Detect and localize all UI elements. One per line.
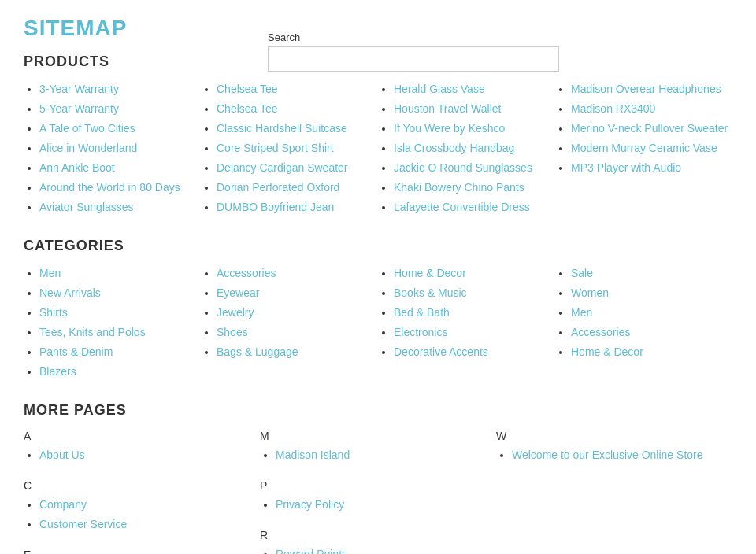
product-link[interactable]: Around the World in 80 Days xyxy=(39,181,180,194)
product-link[interactable]: Decorative Accents xyxy=(394,345,488,358)
list-item: Merino V-neck Pullover Sweater xyxy=(571,120,732,137)
product-link[interactable]: Ann Ankle Boot xyxy=(39,161,115,174)
product-link[interactable]: Tees, Knits and Polos xyxy=(39,326,146,338)
product-link[interactable]: Women xyxy=(571,286,609,299)
page-link[interactable]: Privacy Policy xyxy=(276,498,344,511)
list-item: Bags & Luggage xyxy=(217,344,378,360)
product-link[interactable]: Accessories xyxy=(217,267,276,279)
letter-group: RReward Points xyxy=(260,529,480,554)
list-item: Aviator Sunglasses xyxy=(39,199,201,216)
list-item: Madison RX3400 xyxy=(571,101,732,117)
list-item: Dorian Perforated Oxford xyxy=(217,179,378,196)
product-link[interactable]: Modern Murray Ceramic Vase xyxy=(571,142,717,154)
list-item: Madison Overear Headphones xyxy=(571,81,732,98)
list-item: If You Were by Keshco xyxy=(394,120,555,137)
column: Herald Glass VaseHouston Travel WalletIf… xyxy=(378,81,555,219)
list-item: Welcome to our Exclusive Online Store xyxy=(512,447,732,464)
page-link[interactable]: Madison Island xyxy=(276,449,350,461)
list-item: Bed & Bath xyxy=(394,305,555,321)
product-link[interactable]: Houston Travel Wallet xyxy=(394,102,501,115)
list-item: Reward Points xyxy=(276,546,480,554)
product-link[interactable]: DUMBO Boyfriend Jean xyxy=(217,201,334,213)
product-link[interactable]: Bed & Bath xyxy=(394,306,450,319)
product-link[interactable]: Books & Music xyxy=(394,286,467,299)
product-link[interactable]: Sale xyxy=(571,267,593,279)
list-item: Pants & Denim xyxy=(39,344,201,360)
letter-heading: R xyxy=(260,529,480,541)
search-input[interactable] xyxy=(268,46,559,72)
product-link[interactable]: Jewelry xyxy=(217,306,254,319)
list-item: Decorative Accents xyxy=(394,344,555,360)
list-item: Isla Crossbody Handbag xyxy=(394,140,555,157)
product-link[interactable]: Madison Overear Headphones xyxy=(571,83,721,95)
product-link[interactable]: 3-Year Warranty xyxy=(39,83,119,95)
product-link[interactable]: Bags & Luggage xyxy=(217,345,298,358)
product-link[interactable]: Isla Crossbody Handbag xyxy=(394,142,514,154)
list-item: Alice in Wonderland xyxy=(39,140,201,157)
product-link[interactable]: 5-Year Warranty xyxy=(39,102,119,115)
product-link[interactable]: Dorian Perforated Oxford xyxy=(217,181,339,194)
page-link[interactable]: Company xyxy=(39,498,87,511)
product-link[interactable]: Aviator Sunglasses xyxy=(39,201,134,213)
product-link[interactable]: Accessories xyxy=(571,326,630,338)
product-link[interactable]: Men xyxy=(571,306,592,319)
column: SaleWomenMenAccessoriesHome & Decor xyxy=(555,265,732,383)
product-link[interactable]: Blazers xyxy=(39,365,76,378)
list-item: Shirts xyxy=(39,305,201,321)
product-link[interactable]: Home & Decor xyxy=(571,345,643,358)
letter-heading: E xyxy=(24,548,244,554)
list-item: 5-Year Warranty xyxy=(39,101,201,117)
product-link[interactable]: Merino V-neck Pullover Sweater xyxy=(571,122,728,135)
product-link[interactable]: A Tale of Two Cities xyxy=(39,122,135,135)
list-item: About Us xyxy=(39,447,244,464)
product-link[interactable]: Delancy Cardigan Sweater xyxy=(217,161,348,174)
product-link[interactable]: If You Were by Keshco xyxy=(394,122,505,135)
product-link[interactable]: Jackie O Round Sunglasses xyxy=(394,161,532,174)
list-item: Houston Travel Wallet xyxy=(394,101,555,117)
product-link[interactable]: Eyewear xyxy=(217,286,259,299)
product-link[interactable]: Core Striped Sport Shirt xyxy=(217,142,334,154)
product-link[interactable]: Chelsea Tee xyxy=(217,83,278,95)
list-item: Home & Decor xyxy=(394,265,555,282)
list-item: Khaki Bowery Chino Pants xyxy=(394,179,555,196)
list-item: Home & Decor xyxy=(571,344,732,360)
list-item: Customer Service xyxy=(39,516,244,533)
product-link[interactable]: Herald Glass Vase xyxy=(394,83,485,95)
product-link[interactable]: Alice in Wonderland xyxy=(39,142,137,154)
list-item: Jewelry xyxy=(217,305,378,321)
letter-heading: A xyxy=(24,430,244,442)
list-item: DUMBO Boyfriend Jean xyxy=(217,199,378,216)
product-link[interactable]: Lafayette Convertible Dress xyxy=(394,201,530,213)
product-link[interactable]: Electronics xyxy=(394,326,447,338)
page-link[interactable]: Welcome to our Exclusive Online Store xyxy=(512,449,703,461)
list-item: Delancy Cardigan Sweater xyxy=(217,160,378,176)
product-link[interactable]: Pants & Denim xyxy=(39,345,113,358)
categories-columns: MenNew ArrivalsShirtsTees, Knits and Pol… xyxy=(24,265,732,383)
more-pages-column: AAbout UsCCompanyCustomer ServiceEEnable… xyxy=(24,430,244,554)
product-link[interactable]: MP3 Player with Audio xyxy=(571,161,681,174)
list-item: Sale xyxy=(571,265,732,282)
page-link[interactable]: Customer Service xyxy=(39,518,127,530)
column: Madison Overear HeadphonesMadison RX3400… xyxy=(555,81,732,219)
list-item: Tees, Knits and Polos xyxy=(39,324,201,341)
letter-heading: C xyxy=(24,479,244,492)
page-link[interactable]: Reward Points xyxy=(276,548,347,554)
product-link[interactable]: Men xyxy=(39,267,61,279)
product-link[interactable]: New Arrivals xyxy=(39,286,101,299)
product-link[interactable]: Khaki Bowery Chino Pants xyxy=(394,181,524,194)
list-item: Lafayette Convertible Dress xyxy=(394,199,555,216)
more-pages-title: MORE PAGES xyxy=(24,402,732,419)
product-link[interactable]: Chelsea Tee xyxy=(217,102,278,115)
more-pages-column: WWelcome to our Exclusive Online Store xyxy=(496,430,732,554)
product-link[interactable]: Madison RX3400 xyxy=(571,102,655,115)
more-pages-grid: AAbout UsCCompanyCustomer ServiceEEnable… xyxy=(24,430,732,554)
page-link[interactable]: About Us xyxy=(39,449,85,461)
list-item: Shoes xyxy=(217,324,378,341)
more-pages-column: MMadison IslandPPrivacy PolicyRReward Po… xyxy=(260,430,480,554)
product-link[interactable]: Shirts xyxy=(39,306,68,319)
product-link[interactable]: Classic Hardshell Suitcase xyxy=(217,122,347,135)
product-link[interactable]: Shoes xyxy=(217,326,248,338)
list-item: Electronics xyxy=(394,324,555,341)
column: MenNew ArrivalsShirtsTees, Knits and Pol… xyxy=(24,265,201,383)
product-link[interactable]: Home & Decor xyxy=(394,267,466,279)
